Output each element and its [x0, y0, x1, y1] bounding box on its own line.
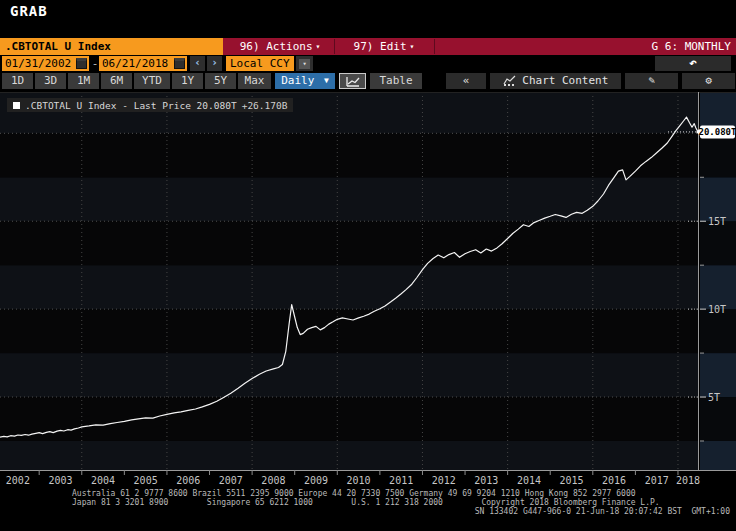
actions-menu-button[interactable]: 96) Actions▾ [230, 38, 330, 55]
svg-text:15T: 15T [708, 216, 726, 227]
svg-text:2009: 2009 [304, 475, 328, 486]
svg-text:2016: 2016 [602, 475, 626, 486]
chart-template-label: G 6: MONTHLY [652, 38, 731, 55]
date-range-bar: 01/31/2002 - 06/21/2018 ‹ › Local CCY ▾ … [0, 56, 736, 72]
chart-toolbar: 1D 3D 1M 6M YTD 1Y 5Y Max Daily ▼ Table … [0, 73, 736, 90]
range-button-3d[interactable]: 3D [35, 73, 66, 89]
currency-dropdown-button[interactable]: ▾ [296, 56, 313, 71]
price-chart-svg: 2002200320042005200620072008200920102011… [0, 92, 736, 487]
svg-text:2003: 2003 [48, 475, 72, 486]
svg-text:2006: 2006 [176, 475, 200, 486]
svg-text:2014: 2014 [517, 475, 541, 486]
chart-content-icon [503, 75, 516, 86]
annotate-button[interactable]: ✎ [625, 73, 678, 89]
undo-icon: ↶ [689, 55, 697, 70]
svg-text:2018: 2018 [676, 475, 700, 486]
caret-down-icon: ▼ [324, 76, 329, 85]
caret-down-icon: ▾ [299, 59, 310, 69]
chart-type-button[interactable] [339, 73, 366, 89]
svg-text:2013: 2013 [474, 475, 498, 486]
table-view-button[interactable]: Table [370, 73, 422, 89]
svg-text:5T: 5T [708, 392, 720, 403]
command-bar: .CBTOTAL U Index 96) Actions▾ 97) Edit▾ … [0, 38, 736, 55]
svg-text:2015: 2015 [559, 475, 583, 486]
period-select[interactable]: Daily ▼ [275, 73, 335, 89]
scroll-right-button[interactable]: › [207, 56, 222, 71]
svg-text:2007: 2007 [219, 475, 243, 486]
caret-down-icon: ▾ [316, 42, 321, 51]
divider [434, 39, 435, 54]
svg-text:2011: 2011 [389, 475, 413, 486]
range-button-1y[interactable]: 1Y [172, 73, 203, 89]
footer-contact-line-2: Japan 81 3 3201 8900 Singapore 65 6212 1… [72, 498, 736, 507]
edit-menu-button[interactable]: 97) Edit▾ [338, 38, 430, 55]
footer-session-info: SN 133402 G447-966-0 21-Jun-18 20:07:42 … [0, 507, 730, 516]
date-separator: - [91, 56, 99, 71]
calendar-icon[interactable] [174, 58, 185, 69]
caret-down-icon: ▾ [410, 42, 415, 51]
range-button-max[interactable]: Max [238, 73, 271, 89]
calendar-icon[interactable] [76, 58, 87, 69]
start-date-field[interactable]: 01/31/2002 [2, 56, 89, 71]
svg-text:2002: 2002 [6, 475, 30, 486]
end-date-field[interactable]: 06/21/2018 [99, 56, 187, 71]
svg-text:10T: 10T [708, 304, 726, 315]
gear-icon: ⚙ [705, 74, 712, 87]
range-button-1d[interactable]: 1D [2, 73, 33, 89]
ticker-input[interactable]: .CBTOTAL U Index [0, 38, 223, 55]
bloomberg-terminal-window: GRAB .CBTOTAL U Index 96) Actions▾ 97) E… [0, 0, 736, 531]
pencil-icon: ✎ [648, 74, 655, 87]
collapse-toolbar-button[interactable]: « [446, 73, 486, 89]
divider [334, 39, 335, 54]
currency-select[interactable]: Local CCY [226, 56, 294, 71]
last-price-value: 20.080T [197, 100, 237, 111]
svg-text:2012: 2012 [432, 475, 456, 486]
page-title: GRAB [10, 3, 48, 19]
range-button-ytd[interactable]: YTD [134, 73, 170, 89]
chart-content-button[interactable]: Chart Content [490, 73, 621, 89]
scroll-left-button[interactable]: ‹ [190, 56, 205, 71]
range-button-6m[interactable]: 6M [101, 73, 132, 89]
series-label: .CBTOTAL U Index - Last Price [25, 100, 191, 111]
svg-text:2005: 2005 [134, 475, 158, 486]
svg-text:2010: 2010 [347, 475, 371, 486]
undo-button[interactable]: ↶ [655, 56, 731, 71]
chart-plot-area[interactable]: 2002200320042005200620072008200920102011… [0, 92, 736, 487]
series-swatch-icon [13, 102, 20, 109]
chart-legend[interactable]: .CBTOTAL U Index - Last Price 20.080T +2… [7, 98, 293, 112]
price-change-value: +26.170B [242, 100, 288, 111]
svg-text:2004: 2004 [91, 475, 115, 486]
svg-text:2017: 2017 [645, 475, 669, 486]
footer-contact-line-1: Australia 61 2 9777 8600 Brazil 5511 239… [72, 489, 736, 498]
svg-text:20.080T: 20.080T [699, 127, 736, 137]
range-button-5y[interactable]: 5Y [205, 73, 236, 89]
line-chart-icon [346, 76, 360, 87]
range-button-1m[interactable]: 1M [68, 73, 99, 89]
svg-text:2008: 2008 [261, 475, 285, 486]
settings-button[interactable]: ⚙ [682, 73, 735, 89]
